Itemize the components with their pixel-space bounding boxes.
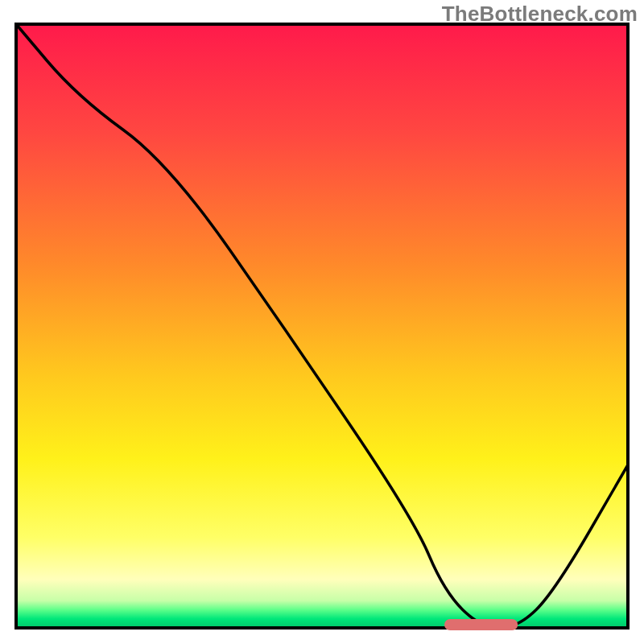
chart-svg: [0, 0, 644, 644]
watermark-text: TheBottleneck.com: [442, 2, 638, 27]
valley-marker: [444, 619, 518, 630]
chart-container: TheBottleneck.com: [0, 0, 644, 644]
plot-background: [16, 24, 628, 628]
